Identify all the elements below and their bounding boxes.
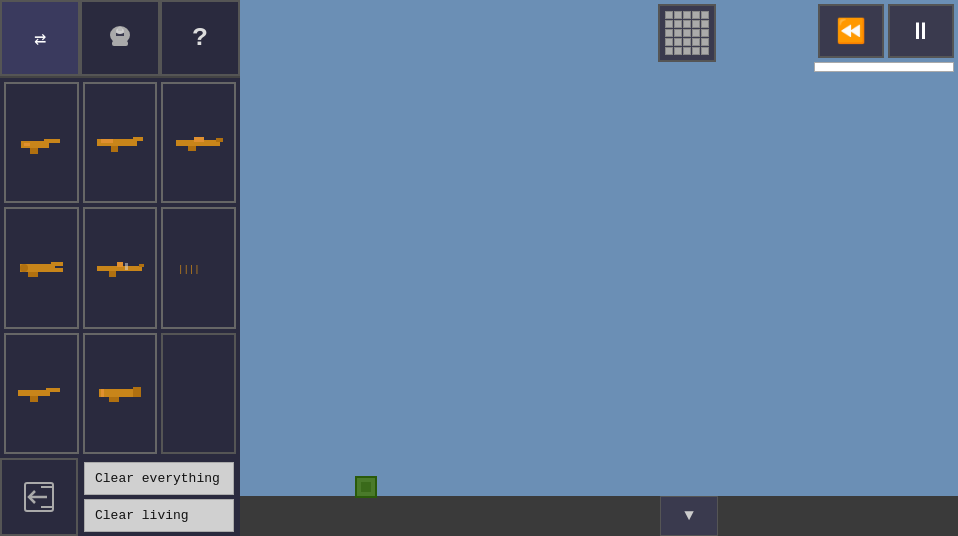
svg-rect-15: [188, 146, 196, 151]
svg-point-21: [20, 264, 28, 272]
weapon-icon-smg2: [16, 379, 66, 407]
svg-text:||||: ||||: [178, 264, 200, 274]
toolbar: ⇄ ?: [0, 0, 240, 78]
weapon-icon-pistol: [16, 129, 66, 157]
pause-button[interactable]: ⏸: [888, 4, 954, 58]
svg-rect-6: [44, 139, 60, 143]
svg-rect-34: [109, 397, 119, 402]
svg-rect-18: [51, 262, 63, 266]
svg-rect-23: [139, 264, 144, 267]
progress-bar-fill: [815, 63, 953, 71]
weapon-slot-1[interactable]: [4, 82, 79, 203]
grid-icon: [665, 11, 709, 55]
rewind-button[interactable]: ⏪: [818, 4, 884, 58]
clear-living-button[interactable]: Clear living: [84, 499, 234, 532]
weapon-slot-9[interactable]: [161, 333, 236, 454]
sidebar-bottom: Clear everything Clear living: [0, 458, 240, 536]
svg-rect-20: [28, 272, 38, 277]
grid-toggle-button[interactable]: [658, 4, 716, 62]
weapon-slot-6[interactable]: ||||: [161, 207, 236, 328]
svg-rect-25: [117, 262, 123, 267]
svg-rect-33: [133, 393, 141, 397]
svg-rect-26: [125, 263, 128, 270]
svg-rect-8: [24, 143, 30, 146]
progress-bar[interactable]: [814, 62, 954, 72]
question-button[interactable]: ?: [160, 0, 240, 76]
download-icon: ▼: [684, 507, 694, 525]
game-object: [355, 476, 377, 498]
weapon-slot-2[interactable]: [83, 82, 158, 203]
playback-controls: ⏪ ⏸: [818, 4, 954, 58]
svg-rect-7: [30, 148, 38, 154]
weapon-slot-4[interactable]: [4, 207, 79, 328]
svg-rect-28: [18, 390, 50, 396]
weapon-slot-3[interactable]: [161, 82, 236, 203]
svg-rect-30: [30, 396, 38, 402]
weapon-icon-shotgun: [95, 379, 145, 407]
svg-rect-24: [109, 271, 116, 277]
weapon-slot-8[interactable]: [83, 333, 158, 454]
weapon-icon-sniper: [95, 254, 145, 282]
top-right-controls: ⏪ ⏸: [810, 0, 958, 76]
rewind-icon: ⏪: [836, 17, 866, 46]
ground-area: [240, 496, 958, 536]
weapon-icon-minigun: [16, 254, 66, 282]
exit-icon: [21, 479, 57, 515]
weapon-grid: ||||: [0, 78, 240, 458]
weapon-icon-smg: [95, 129, 145, 157]
svg-rect-32: [133, 387, 141, 393]
svg-rect-16: [194, 137, 204, 142]
weapon-slot-5[interactable]: [83, 207, 158, 328]
swap-button[interactable]: ⇄: [0, 0, 80, 76]
svg-rect-19: [51, 268, 63, 272]
exit-button[interactable]: [0, 458, 78, 536]
helmet-icon: [105, 23, 135, 53]
svg-rect-11: [111, 146, 118, 152]
svg-rect-12: [101, 139, 113, 143]
weapon-icon-text: ||||: [174, 254, 224, 282]
swap-icon: ⇄: [34, 26, 46, 51]
svg-rect-35: [101, 389, 104, 397]
question-icon: ?: [192, 23, 208, 53]
svg-rect-14: [216, 138, 223, 142]
weapon-slot-7[interactable]: [4, 333, 79, 454]
svg-rect-29: [46, 388, 60, 392]
game-object-inner: [361, 482, 371, 492]
clear-everything-button[interactable]: Clear everything: [84, 462, 234, 495]
svg-rect-10: [133, 137, 143, 141]
shield-button[interactable]: [80, 0, 160, 76]
svg-rect-31: [99, 389, 137, 397]
pause-icon: ⏸: [909, 17, 933, 46]
download-button[interactable]: ▼: [660, 496, 718, 536]
svg-rect-4: [118, 27, 122, 31]
context-menu: Clear everything Clear living: [78, 458, 240, 536]
svg-rect-1: [112, 41, 128, 46]
weapon-icon-rifle: [174, 129, 224, 157]
sidebar: ⇄ ?: [0, 0, 240, 536]
